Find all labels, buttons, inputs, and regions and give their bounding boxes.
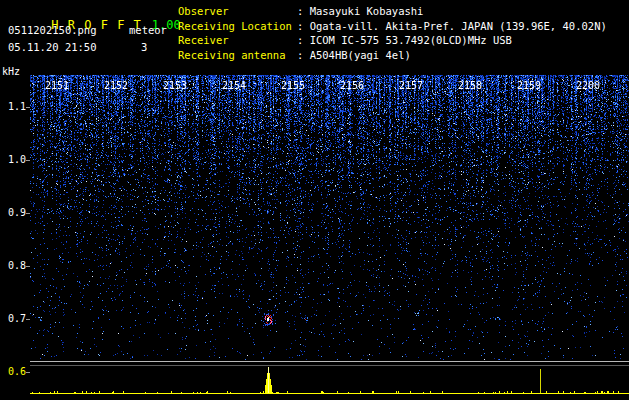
info-row: Receiving antenna: A504HB(yagi 4el) (178, 48, 607, 63)
info-colon: : (297, 34, 310, 46)
info-value: Ogata-vill. Akita-Pref. JAPAN (139.96E, … (310, 20, 607, 32)
info-colon: : (297, 5, 310, 17)
info-label: Receiving Location (178, 19, 297, 34)
freq-tick-mark (26, 372, 30, 373)
freq-tick-label: 0.9 (2, 207, 26, 218)
info-label: Observer (178, 4, 297, 19)
time-tick-label: 2156 (340, 80, 364, 91)
info-value: Masayuki Kobayashi (310, 5, 424, 17)
signal-level-strip-canvas (30, 360, 629, 400)
freq-tick-mark (26, 160, 30, 161)
time-tick-label: 2157 (399, 80, 423, 91)
info-row: Observer: Masayuki Kobayashi (178, 4, 607, 19)
time-tick-label: 2158 (458, 80, 482, 91)
spectrogram-panel: kHz 1.11.00.90.80.70.6 21512152215321542… (0, 72, 629, 400)
time-tick-label: 2153 (163, 80, 187, 91)
time-tick-label: 2151 (45, 80, 69, 91)
info-label: Receiver (178, 33, 297, 48)
info-colon: : (297, 20, 310, 32)
freq-tick-mark (26, 213, 30, 214)
time-tick-label: 2152 (104, 80, 128, 91)
output-filename: 0511202150.png (8, 24, 97, 36)
time-tick-label: 2154 (222, 80, 246, 91)
freq-tick-label: 1.1 (2, 101, 26, 112)
time-tick-label: 2159 (517, 80, 541, 91)
freq-tick-label: 0.7 (2, 313, 26, 324)
freq-tick-label: 0.8 (2, 260, 26, 271)
freq-tick-mark (26, 319, 30, 320)
freq-tick-mark (26, 266, 30, 267)
info-label: Receiving antenna (178, 48, 297, 63)
info-row: Receiving Location: Ogata-vill. Akita-Pr… (178, 19, 607, 34)
time-tick-label: 2155 (281, 80, 305, 91)
hrofft-window: H R O F F T1.00 0511202150.png meteor 05… (0, 0, 629, 400)
freq-tick-label: 0.6 (2, 366, 26, 377)
observation-info: Observer: Masayuki KobayashiReceiving Lo… (178, 4, 607, 62)
info-row: Receiver: ICOM IC-575 53.7492(0LCD)MHz U… (178, 33, 607, 48)
observation-datetime: 05.11.20 21:50 (8, 41, 97, 53)
info-colon: : (297, 49, 310, 61)
freq-tick-label: 1.0 (2, 154, 26, 165)
info-value: ICOM IC-575 53.7492(0LCD)MHz USB (310, 34, 512, 46)
header: H R O F F T1.00 0511202150.png meteor 05… (0, 0, 629, 72)
spectrogram-canvas (30, 75, 629, 360)
frequency-unit-label: kHz (2, 66, 20, 77)
freq-tick-mark (26, 107, 30, 108)
info-value: A504HB(yagi 4el) (310, 49, 411, 61)
meteor-count: 3 (141, 41, 147, 53)
time-tick-label: 2200 (576, 80, 600, 91)
mode-label: meteor (129, 24, 167, 36)
